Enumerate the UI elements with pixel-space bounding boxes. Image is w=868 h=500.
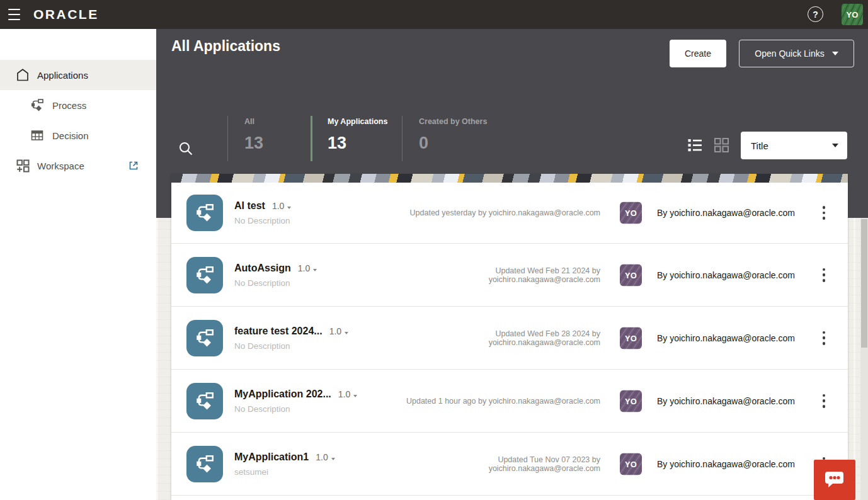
application-version: 1.0 bbox=[316, 452, 328, 462]
version-dropdown-icon[interactable] bbox=[353, 395, 357, 397]
updated-text: Updated Wed Feb 28 2024 by yoichiro.naka… bbox=[385, 329, 600, 347]
tab-label: All bbox=[244, 117, 311, 126]
row-menu-icon[interactable] bbox=[818, 393, 830, 409]
list-view-icon[interactable] bbox=[687, 137, 703, 153]
updated-text: Updated Wed Feb 21 2024 by yoichiro.naka… bbox=[385, 266, 600, 284]
application-version: 1.0 bbox=[338, 389, 350, 399]
application-info: MyApplication1 1.0 setsumei bbox=[234, 452, 335, 477]
application-title[interactable]: AI test bbox=[234, 200, 265, 212]
sidebar-item-label: Applications bbox=[37, 70, 88, 81]
hamburger-menu-icon[interactable] bbox=[8, 9, 23, 20]
tab-all[interactable]: All 13 bbox=[227, 116, 311, 161]
application-row[interactable]: feature test 2024... 1.0 No Description … bbox=[171, 307, 848, 370]
user-avatar[interactable]: YO bbox=[842, 4, 863, 25]
owner-text: By yoichiro.nakagawa@oracle.com bbox=[657, 270, 795, 280]
application-description: No Description bbox=[234, 404, 357, 414]
page-title: All Applications bbox=[171, 38, 280, 55]
home-icon bbox=[15, 67, 30, 82]
sidebar-item-process[interactable]: Process bbox=[0, 90, 156, 120]
application-description: No Description bbox=[234, 341, 348, 351]
owner-avatar: YO bbox=[620, 202, 642, 224]
application-version: 1.0 bbox=[329, 326, 341, 336]
tab-my-applications[interactable]: My Applications 13 bbox=[311, 116, 401, 161]
sidebar-item-decision[interactable]: Decision bbox=[0, 120, 156, 151]
sort-by-select[interactable]: Title bbox=[741, 132, 847, 159]
owner-avatar: YO bbox=[620, 390, 642, 412]
chat-bubble-icon bbox=[823, 468, 847, 492]
tab-label: Created by Others bbox=[419, 117, 509, 126]
sidebar-item-applications[interactable]: Applications bbox=[0, 60, 156, 90]
sidebar-item-label: Process bbox=[52, 100, 86, 111]
grid-view-icon[interactable] bbox=[714, 137, 729, 153]
updated-text: Updated 1 hour ago by yoichiro.nakagawa@… bbox=[385, 397, 600, 406]
application-title[interactable]: feature test 2024... bbox=[234, 326, 323, 337]
open-quick-links-button[interactable]: Open Quick Links bbox=[739, 40, 854, 67]
row-menu-icon[interactable] bbox=[818, 267, 830, 283]
tab-created-by-others[interactable]: Created by Others 0 bbox=[402, 116, 509, 161]
version-dropdown-icon[interactable] bbox=[331, 458, 335, 460]
application-description: No Description bbox=[234, 278, 317, 288]
sort-by-value: Title bbox=[751, 140, 832, 151]
decision-table-icon bbox=[30, 128, 45, 143]
application-title[interactable]: MyApplication1 bbox=[234, 452, 309, 463]
version-dropdown-icon[interactable] bbox=[345, 332, 348, 334]
owner-avatar: YO bbox=[620, 453, 642, 475]
application-description: setsumei bbox=[234, 467, 335, 477]
owner-avatar: YO bbox=[620, 264, 642, 286]
chevron-down-icon bbox=[832, 144, 838, 147]
help-icon[interactable]: ? bbox=[808, 6, 823, 22]
owner-text: By yoichiro.nakagawa@oracle.com bbox=[657, 208, 795, 218]
oracle-logo: ORACLE bbox=[33, 7, 99, 22]
scrollbar-track[interactable] bbox=[860, 218, 868, 500]
application-info: AutoAssign 1.0 No Description bbox=[234, 263, 317, 288]
updated-text: Updated Tue Nov 07 2023 by yoichiro.naka… bbox=[385, 455, 600, 473]
owner-text: By yoichiro.nakagawa@oracle.com bbox=[657, 459, 795, 469]
application-list: AI test 1.0 No Description Updated yeste… bbox=[171, 183, 848, 496]
application-title[interactable]: AutoAssign bbox=[234, 263, 291, 274]
application-info: MyApplication 202... 1.0 No Description bbox=[234, 389, 357, 414]
owner-avatar: YO bbox=[620, 327, 642, 349]
sidebar-item-label: Decision bbox=[52, 130, 89, 141]
tab-count: 13 bbox=[244, 134, 311, 153]
application-row[interactable]: AutoAssign 1.0 No Description Updated We… bbox=[171, 244, 848, 307]
version-dropdown-icon[interactable] bbox=[313, 269, 317, 271]
version-dropdown-icon[interactable] bbox=[287, 207, 291, 209]
application-icon bbox=[186, 257, 223, 293]
tab-label: My Applications bbox=[328, 117, 401, 126]
tab-count: 0 bbox=[419, 134, 509, 153]
application-row[interactable]: MyApplication 202... 1.0 No Description … bbox=[171, 370, 848, 433]
sidebar-item-workspace[interactable]: Workspace bbox=[0, 151, 156, 181]
scrollbar-thumb[interactable] bbox=[861, 219, 867, 348]
row-menu-icon[interactable] bbox=[818, 205, 830, 221]
application-description: No Description bbox=[234, 216, 291, 225]
application-icon bbox=[186, 446, 223, 482]
application-icon bbox=[186, 195, 223, 231]
application-title[interactable]: MyApplication 202... bbox=[234, 389, 331, 400]
sidebar: Applications Process Decision Workspace bbox=[0, 29, 156, 500]
workspace-grid-icon bbox=[15, 158, 30, 173]
chat-feedback-button[interactable] bbox=[814, 460, 855, 500]
top-bar: ORACLE ? YO bbox=[0, 0, 868, 29]
application-row[interactable]: AI test 1.0 No Description Updated yeste… bbox=[171, 183, 848, 244]
application-icon bbox=[186, 320, 223, 356]
owner-text: By yoichiro.nakagawa@oracle.com bbox=[657, 333, 795, 343]
application-version: 1.0 bbox=[298, 263, 310, 273]
applications-card: AI test 1.0 No Description Updated yeste… bbox=[171, 174, 848, 500]
app-root: ORACLE ? YO Applications Process Decisio… bbox=[0, 0, 868, 500]
external-link-icon bbox=[127, 159, 140, 172]
application-icon bbox=[186, 383, 223, 419]
tab-count: 13 bbox=[328, 134, 401, 153]
process-icon bbox=[30, 98, 45, 113]
chevron-down-icon bbox=[832, 52, 838, 55]
owner-text: By yoichiro.nakagawa@oracle.com bbox=[657, 396, 795, 406]
application-info: feature test 2024... 1.0 No Description bbox=[234, 326, 348, 351]
sidebar-item-label: Workspace bbox=[37, 161, 84, 171]
application-info: AI test 1.0 No Description bbox=[234, 200, 291, 225]
application-row[interactable]: MyApplication1 1.0 setsumei Updated Tue … bbox=[171, 433, 848, 496]
search-icon[interactable] bbox=[178, 141, 195, 157]
create-button[interactable]: Create bbox=[670, 40, 726, 67]
decorative-banner bbox=[171, 174, 848, 183]
updated-text: Updated yesterday by yoichiro.nakagawa@o… bbox=[385, 208, 600, 217]
application-version: 1.0 bbox=[272, 201, 284, 211]
row-menu-icon[interactable] bbox=[818, 330, 830, 346]
